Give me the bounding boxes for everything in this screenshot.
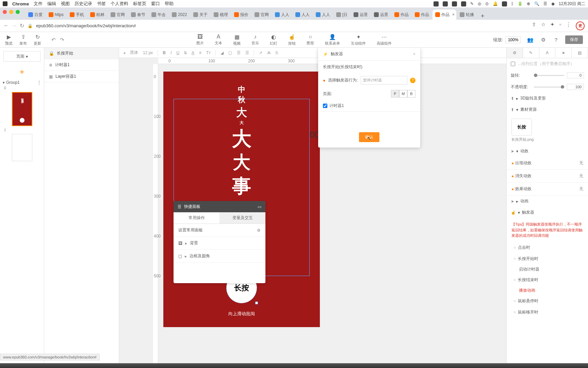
minimize-icon[interactable]: ▭ bbox=[258, 204, 261, 209]
settings-icon[interactable]: ⚙ bbox=[539, 36, 547, 44]
browser-tab[interactable]: 远景 bbox=[371, 10, 391, 20]
page-b-button[interactable]: B bbox=[407, 90, 415, 97]
trigger-hover[interactable]: ○鼠标悬停时 bbox=[507, 295, 588, 307]
wifi-icon[interactable]: ⊕ bbox=[527, 1, 530, 6]
group-header[interactable]: ▾ Group1⋮ bbox=[0, 79, 44, 86]
sidepanel-icon[interactable]: ▫ bbox=[559, 21, 561, 30]
datetime[interactable]: 12月20日 周二 bbox=[559, 1, 585, 7]
page-thumbnail-1[interactable] bbox=[12, 134, 32, 161]
collaborators-icon[interactable]: 👥 bbox=[526, 36, 534, 44]
props-tab-settings[interactable]: ⚙ bbox=[507, 48, 523, 58]
border-row[interactable]: ▢▸边框及圆角 bbox=[174, 250, 265, 263]
confirm-button[interactable]: 确认↖ bbox=[359, 132, 379, 142]
align-right-button[interactable]: ☰ bbox=[245, 50, 249, 55]
add-page-button[interactable]: + bbox=[0, 67, 44, 77]
align-button[interactable]: ≡ bbox=[199, 50, 201, 55]
browser-tab[interactable]: 梳理 bbox=[211, 10, 231, 20]
layer-item[interactable]: ⊕计时器1 bbox=[44, 59, 119, 71]
appear-anim-value[interactable]: 无 bbox=[579, 160, 583, 166]
props-tab-text[interactable]: A bbox=[539, 48, 556, 58]
tray-icon[interactable] bbox=[434, 1, 439, 6]
rotate-value[interactable]: 0 bbox=[567, 72, 584, 78]
page-thumbnail-0[interactable]: 中秋大大事件 bbox=[12, 92, 32, 126]
tray-icon[interactable] bbox=[461, 1, 466, 6]
siri-icon[interactable]: ◉ bbox=[551, 1, 555, 6]
tab-common[interactable]: 常用操作 bbox=[174, 212, 219, 224]
menu-history[interactable]: 历史记录 bbox=[75, 1, 92, 7]
collapse-icon[interactable]: ◂ bbox=[123, 50, 125, 55]
toolbar-button[interactable]: ▶预览 bbox=[5, 34, 13, 46]
browser-tab[interactable]: 关于 bbox=[191, 10, 210, 20]
insert-button[interactable]: ○图形 bbox=[307, 34, 314, 46]
copy-button[interactable]: ⎘ bbox=[276, 50, 278, 55]
toolbar-button[interactable]: ⇪发布 bbox=[19, 34, 27, 46]
notification-icon[interactable]: 🔔 bbox=[493, 1, 498, 6]
bg-row[interactable]: 🖼▸背景 bbox=[174, 237, 265, 250]
link-button[interactable]: ↗ bbox=[259, 50, 262, 55]
menu-bookmarks[interactable]: 书签 bbox=[97, 1, 106, 7]
tab-vars[interactable]: 变量及交互 bbox=[219, 212, 265, 224]
rotate-slider[interactable] bbox=[534, 75, 564, 76]
browser-tab[interactable]: 作品× bbox=[432, 10, 456, 20]
macos-dock[interactable] bbox=[0, 363, 588, 368]
hamburger-icon[interactable]: ☰ bbox=[178, 204, 181, 209]
browser-tab[interactable]: 作品 bbox=[412, 10, 432, 20]
tray-icon[interactable] bbox=[443, 1, 448, 6]
page-p-button[interactable]: P bbox=[391, 90, 399, 97]
browser-tab[interactable]: 报价 bbox=[231, 10, 251, 20]
browser-tab[interactable]: 2022 bbox=[169, 10, 190, 20]
app-name[interactable]: Chrome bbox=[12, 1, 29, 6]
border-button[interactable]: ▢ bbox=[228, 50, 232, 55]
browser-tab[interactable]: 春节 bbox=[128, 10, 148, 20]
browser-tab[interactable]: [日 bbox=[333, 10, 350, 20]
trigger-longpress-end[interactable]: ○长按结束时 bbox=[507, 274, 588, 286]
insert-button[interactable]: A文本 bbox=[215, 34, 222, 46]
menu-profile[interactable]: 个人资料 bbox=[111, 1, 128, 7]
tray-icon[interactable]: ✎ bbox=[470, 1, 474, 6]
browser-tab[interactable]: 手机 bbox=[67, 10, 87, 20]
trigger-longpress-start[interactable]: ○长按开始时 bbox=[507, 253, 588, 264]
disappear-anim-value[interactable]: 无 bbox=[579, 173, 583, 179]
insert-button[interactable]: ▦视频 bbox=[233, 34, 241, 46]
undo-button[interactable]: ↶ bbox=[51, 37, 56, 43]
italic-button[interactable]: I bbox=[170, 50, 172, 55]
menu-icon[interactable]: ⋮ bbox=[566, 21, 571, 30]
section-animation[interactable]: ➤▾ 动效 bbox=[507, 145, 588, 157]
minimize-window[interactable] bbox=[9, 10, 13, 14]
props-tab-page[interactable]: ▤ bbox=[572, 48, 588, 58]
pos-checkbox[interactable] bbox=[511, 62, 515, 66]
share-icon[interactable]: ⇧ bbox=[532, 21, 536, 30]
layer-item[interactable]: 🔒长按开始 bbox=[44, 48, 119, 59]
insert-button[interactable]: ◐幻灯 bbox=[270, 34, 277, 46]
toolbar-button[interactable]: ↻更新 bbox=[34, 34, 41, 46]
browser-tab[interactable]: 官网 bbox=[108, 10, 128, 20]
trigger-mouseleave[interactable]: ○鼠标移开时 bbox=[507, 307, 588, 318]
props-tab-send[interactable]: ➤ bbox=[555, 48, 572, 58]
battery-icon[interactable]: 🔋 bbox=[518, 1, 523, 6]
fontsize-select[interactable]: 12 px bbox=[143, 50, 153, 55]
browser-tab[interactable]: 作品 bbox=[392, 10, 411, 20]
insert-button[interactable]: ⋯高级组件 bbox=[377, 34, 392, 46]
forward-button[interactable]: → bbox=[12, 22, 17, 29]
layer-item[interactable]: ▦Layer容器1 bbox=[44, 71, 119, 82]
align-left-button[interactable]: ☰ bbox=[237, 50, 241, 55]
browser-tab[interactable]: 远景 bbox=[351, 10, 371, 20]
lock-button[interactable]: Ѧ bbox=[267, 50, 271, 55]
font-select[interactable]: 黑体 bbox=[130, 50, 138, 56]
tray-icon[interactable] bbox=[502, 1, 507, 6]
browser-tab[interactable]: 百度 bbox=[26, 10, 45, 20]
insert-button[interactable]: 👤联系表单 bbox=[325, 34, 340, 46]
props-tab-edit[interactable]: ✎ bbox=[523, 48, 539, 58]
save-button[interactable]: 保存 bbox=[565, 35, 583, 44]
apple-logo[interactable] bbox=[3, 1, 7, 6]
close-window[interactable] bbox=[3, 10, 7, 14]
gear-icon[interactable]: ⚙ bbox=[257, 228, 261, 233]
close-icon[interactable]: × bbox=[413, 52, 415, 57]
setup-row[interactable]: 设置常用面板⚙ bbox=[174, 224, 265, 237]
behavior-select[interactable]: 暂停计时器 bbox=[361, 76, 407, 85]
help-icon[interactable]: ? bbox=[410, 78, 415, 83]
insert-button[interactable]: ✦互动组件 bbox=[351, 34, 366, 46]
trigger-action-start-timer[interactable]: 启动计时器 bbox=[507, 264, 588, 274]
insert-button[interactable]: 🖼图片 bbox=[196, 34, 204, 46]
artboard[interactable]: 中 秋 大 大 大 大 事 件 长按 向上滑动批阅 bbox=[163, 72, 320, 327]
